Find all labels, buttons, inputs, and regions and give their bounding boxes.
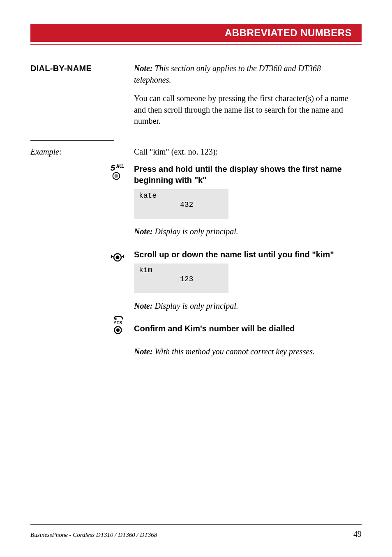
key-5-icon: 5 JKL (111, 164, 124, 180)
step3-title: Confirm and Kim's number will be dialled (134, 323, 359, 334)
divider-left (30, 140, 114, 141)
step3-note: Note: With this method you cannot correc… (134, 346, 359, 358)
example-intro: Call "kim" (ext. no. 123): (134, 146, 359, 158)
step1-note: Note: Display is only principal. (134, 226, 359, 238)
display-box-1: kate 432 (134, 189, 228, 219)
footer-page: 49 (353, 529, 362, 539)
header-title: ABBREVIATED NUMBERS (225, 27, 352, 39)
yes-key-icon: YES (112, 315, 124, 334)
svg-point-1 (115, 174, 118, 178)
step1-note-label: Note: (134, 227, 153, 236)
step2-title: Scroll up or down the name list until yo… (134, 249, 359, 260)
step1-title: Press and hold until the display shows t… (134, 164, 359, 186)
note-text: This section only applies to the DT360 a… (134, 64, 321, 84)
header-band: ABBREVIATED NUMBERS (30, 24, 362, 42)
display1-num: 432 (139, 201, 224, 209)
display1-name: kate (139, 192, 224, 200)
step2-note-text: Display is only principal. (153, 301, 238, 310)
step1-note-text: Display is only principal. (153, 227, 238, 236)
key-num: 5 (111, 164, 115, 172)
display2-name: kim (139, 266, 224, 274)
step2-note: Note: Display is only principal. (134, 300, 359, 312)
key-sup: JKL (115, 164, 124, 169)
display2-num: 123 (139, 275, 224, 283)
svg-point-3 (116, 255, 120, 259)
yes-label: YES (112, 321, 124, 325)
svg-point-4 (115, 318, 117, 320)
footer: BusinessPhone - Cordless DT310 / DT360 /… (30, 524, 362, 539)
section-note: Note: This section only applies to the D… (134, 63, 359, 86)
example-label: Example: (30, 147, 134, 157)
note-label: Note: (134, 64, 153, 73)
section-body: You can call someone by pressing the fir… (134, 93, 359, 127)
header-underline (30, 44, 362, 45)
section-heading: DIAL-BY-NAME (30, 64, 134, 73)
step3-note-text: With this method you cannot correct key … (153, 347, 315, 356)
key-button-icon (112, 172, 120, 180)
footer-text: BusinessPhone - Cordless DT310 / DT360 /… (30, 532, 157, 539)
display-box-2: kim 123 (134, 263, 228, 293)
step3-note-label: Note: (134, 347, 153, 356)
scroll-icon (111, 252, 124, 263)
step2-note-label: Note: (134, 301, 153, 310)
svg-point-6 (116, 328, 120, 332)
